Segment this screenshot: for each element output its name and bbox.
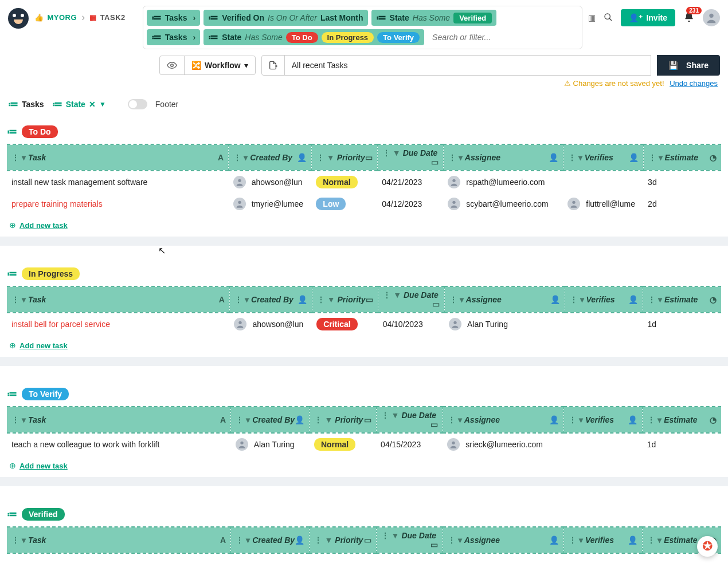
filter-search-input[interactable] (428, 30, 554, 44)
col-task[interactable]: ⋮▾TaskA (7, 527, 231, 553)
filter-source-chip-2[interactable]: Tasks › (147, 29, 200, 45)
col-created-by[interactable]: ⋮▾Created By👤 (229, 144, 312, 171)
share-button[interactable]: 💾 Share (657, 55, 720, 76)
col-priority[interactable]: ⋮▼Priority▭ (310, 527, 376, 553)
col-task[interactable]: ⋮▾TaskA (7, 286, 229, 313)
col-assignee[interactable]: ⋮▾Assignee👤 (443, 144, 563, 171)
cell-estimate[interactable]: 3d (643, 171, 721, 193)
eye-toggle[interactable] (160, 56, 185, 74)
col-priority[interactable]: ⋮▼Priority▭ (311, 144, 377, 171)
grid-view-icon[interactable]: ▥ (588, 13, 596, 22)
user-icon: 👤 (550, 295, 560, 304)
table-row[interactable]: install bell for parcel service ahowson@… (7, 313, 721, 335)
col-estimate[interactable]: ⋮▾Estimate◔ (643, 407, 721, 433)
cell-verifies[interactable] (565, 313, 643, 335)
breadcrumb-project[interactable]: ▦ TASK2 (89, 13, 126, 22)
workflow-dropdown[interactable]: 🔀 Workflow ▾ (185, 56, 255, 74)
undo-changes-link[interactable]: Undo changes (670, 79, 718, 88)
table-row[interactable]: teach a new colleague to work with forkl… (7, 433, 721, 455)
group-label[interactable]: To Verify (22, 388, 69, 400)
notifications-button[interactable]: 231 (683, 11, 695, 25)
cell-assignee[interactable]: srieck@lumeerio.com (443, 433, 563, 455)
col-created-by[interactable]: ⋮▾Created By👤 (229, 286, 312, 313)
app-logo[interactable] (8, 8, 29, 29)
cell-estimate[interactable]: 2d (643, 193, 721, 215)
cell-verifies[interactable] (563, 171, 643, 193)
search-icon[interactable] (604, 13, 613, 23)
user-icon: 👤 (629, 153, 639, 162)
cell-priority[interactable]: Normal (310, 433, 376, 455)
cell-assignee[interactable]: scybart@lumeerio.com (443, 193, 563, 215)
chevron-right-icon: › (193, 13, 195, 22)
group-label[interactable]: To Do (22, 125, 58, 138)
cell-estimate[interactable]: 1d (643, 433, 721, 455)
group-label[interactable]: In Progress (22, 267, 80, 280)
cell-verifies[interactable]: fluttrell@lume (563, 193, 643, 215)
col-estimate[interactable]: ⋮▾Estimate◔ (643, 144, 721, 171)
col-due-date[interactable]: ⋮▼Due Date▭ (376, 527, 443, 553)
list-icon (7, 125, 17, 138)
user-avatar[interactable] (703, 9, 720, 26)
cell-created-by[interactable]: ahowson@lun (229, 171, 312, 193)
close-icon[interactable]: ✕ (89, 100, 96, 109)
col-verifies[interactable]: ⋮▾Verifies👤 (563, 144, 643, 171)
chevron-down-icon[interactable]: ▼ (99, 100, 106, 108)
table-row[interactable]: install new task management software aho… (7, 171, 721, 193)
cell-assignee[interactable]: Alan Turing (444, 313, 565, 335)
cell-due[interactable]: 04/12/2023 (377, 193, 443, 215)
thumbs-up-icon: 👍 (34, 13, 44, 22)
cell-due[interactable]: 04/10/2023 (378, 313, 444, 335)
col-assignee[interactable]: ⋮▾Assignee👤 (443, 407, 563, 433)
cell-estimate[interactable]: 1d (643, 313, 722, 335)
breadcrumb-org[interactable]: 👍 MYORG (34, 13, 77, 22)
col-assignee[interactable]: ⋮▾Assignee👤 (444, 286, 565, 313)
col-created-by[interactable]: ⋮▾Created By👤 (231, 527, 310, 553)
col-created-by[interactable]: ⋮▾Created By👤 (231, 407, 310, 433)
cell-verifies[interactable] (563, 433, 642, 455)
view-groupby[interactable]: State ✕ ▼ (52, 98, 106, 111)
col-priority[interactable]: ⋮▼Priority▭ (312, 286, 378, 313)
col-estimate[interactable]: ⋮▾Estimate◔ (643, 286, 722, 313)
table-row[interactable]: prepare training materials tmyrie@lumee … (7, 193, 721, 215)
help-button[interactable]: ✪ (697, 536, 718, 554)
view-search-text[interactable]: All recent Tasks (285, 61, 651, 70)
cell-due[interactable]: 04/21/2023 (377, 171, 443, 193)
col-verifies[interactable]: ⋮▾Verifies👤 (563, 527, 642, 553)
col-task[interactable]: ⋮▾TaskA (7, 407, 231, 433)
cell-task[interactable]: install bell for parcel service (7, 313, 229, 335)
cell-priority[interactable]: Critical (312, 313, 378, 335)
col-task[interactable]: ⋮▾TaskA (7, 144, 229, 171)
col-due-date[interactable]: ⋮▼Due Date▭ (377, 144, 443, 171)
cell-created-by[interactable]: tmyrie@lumee (229, 193, 312, 215)
add-task-link[interactable]: Add new task (19, 462, 68, 470)
user-icon: 👤 (297, 153, 307, 162)
footer-toggle[interactable] (128, 99, 147, 109)
col-due-date[interactable]: ⋮▼Due Date▭ (378, 286, 444, 313)
group-label[interactable]: Verified (22, 508, 65, 521)
add-task-link[interactable]: Add new task (19, 221, 68, 230)
invite-button[interactable]: 👤⁺ Invite (621, 9, 675, 26)
col-verifies[interactable]: ⋮▾Verifies👤 (565, 286, 643, 313)
filter-source-chip[interactable]: Tasks › (147, 10, 200, 26)
col-verifies[interactable]: ⋮▾Verifies👤 (563, 407, 642, 433)
cell-created-by[interactable]: ahowson@lun (229, 313, 312, 335)
filter-state-verified-chip[interactable]: State Has Some Verified (371, 10, 497, 26)
col-due-date[interactable]: ⋮▼Due Date▭ (376, 407, 443, 433)
col-priority[interactable]: ⋮▼Priority▭ (310, 407, 376, 433)
col-assignee[interactable]: ⋮▾Assignee👤 (443, 527, 563, 553)
cell-task[interactable]: prepare training materials (7, 193, 229, 215)
filter-verified-on-chip[interactable]: Verified On Is On Or After Last Month (203, 10, 367, 26)
new-doc-icon[interactable] (262, 56, 285, 75)
cell-assignee[interactable]: rspath@lumeerio.com (443, 171, 563, 193)
cell-task[interactable]: install new task management software (7, 171, 229, 193)
view-primary[interactable]: Tasks (8, 98, 44, 111)
cell-priority[interactable]: Normal (311, 171, 377, 193)
cell-priority[interactable]: Low (311, 193, 377, 215)
cell-created-by[interactable]: Alan Turing (231, 433, 310, 455)
cell-due[interactable]: 04/15/2023 (376, 433, 443, 455)
filter-state-multi-chip[interactable]: State Has Some To Do In Progress To Veri… (203, 29, 424, 45)
add-task-link[interactable]: Add new task (19, 341, 68, 350)
cell-task[interactable]: teach a new colleague to work with forkl… (7, 433, 231, 455)
project-icon: ▦ (89, 13, 97, 22)
select-icon: ▭ (364, 536, 371, 545)
